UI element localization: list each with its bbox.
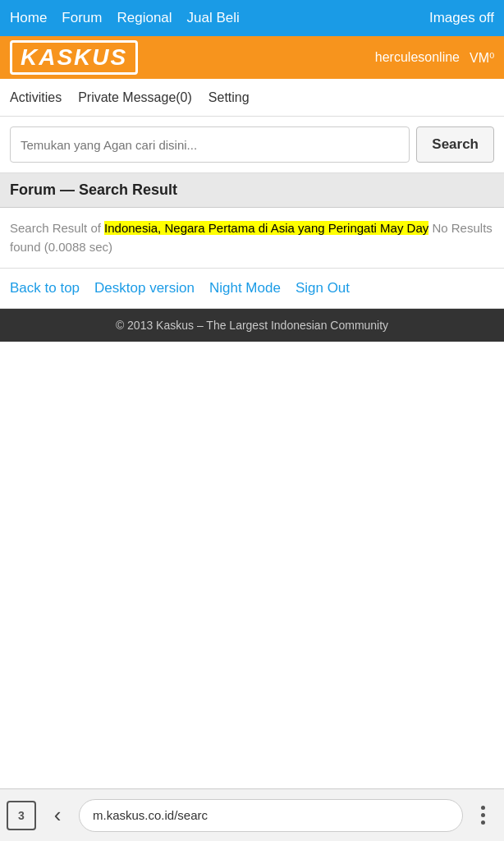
vm-badge[interactable]: VM⁰ — [470, 50, 494, 66]
images-off-toggle[interactable]: Images off — [429, 10, 494, 26]
highlighted-query: Indonesia, Negara Pertama di Asia yang P… — [104, 221, 428, 235]
user-info: herculesonline VM⁰ — [375, 50, 494, 66]
setting-link[interactable]: Setting — [208, 90, 250, 105]
activities-link[interactable]: Activities — [10, 90, 62, 105]
account-navigation: Activities Private Message(0) Setting — [0, 79, 504, 117]
search-input[interactable] — [10, 126, 410, 163]
brand-bar: KASKUS herculesonline VM⁰ — [0, 36, 504, 79]
kaskus-logo[interactable]: KASKUS — [10, 40, 138, 75]
desktop-version-link[interactable]: Desktop version — [94, 280, 195, 296]
nav-forum[interactable]: Forum — [62, 10, 102, 26]
nav-home[interactable]: Home — [10, 10, 47, 26]
search-bar: Search — [0, 117, 504, 173]
search-button[interactable]: Search — [416, 126, 494, 163]
top-navigation: Home Forum Regional Jual Beli Images off — [0, 0, 504, 36]
night-mode-link[interactable]: Night Mode — [209, 280, 281, 296]
result-prefix: Search Result of — [10, 221, 104, 235]
nav-regional[interactable]: Regional — [117, 10, 172, 26]
nav-jualbeli[interactable]: Jual Beli — [187, 10, 240, 26]
footer-links: Back to top Desktop version Night Mode S… — [0, 269, 504, 309]
search-result-text: Search Result of Indonesia, Negara Perta… — [0, 208, 504, 269]
username[interactable]: herculesonline — [375, 50, 460, 65]
copyright-bar: © 2013 Kaskus – The Largest Indonesian C… — [0, 309, 504, 342]
sign-out-link[interactable]: Sign Out — [296, 280, 350, 296]
back-to-top-link[interactable]: Back to top — [10, 280, 80, 296]
top-nav-links: Home Forum Regional Jual Beli — [10, 10, 429, 26]
private-message-link[interactable]: Private Message(0) — [78, 90, 192, 105]
forum-search-header: Forum — Search Result — [0, 173, 504, 208]
